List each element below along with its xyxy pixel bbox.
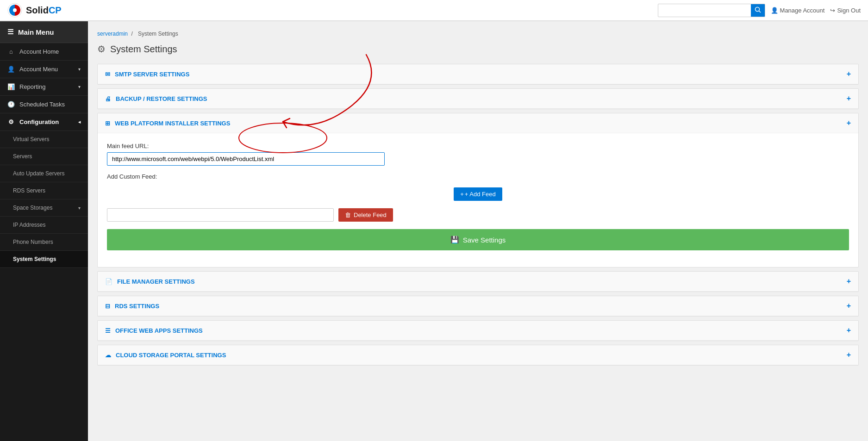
logo-icon: [7, 3, 22, 18]
chevron-left-icon: ◂: [78, 119, 81, 124]
manage-account-link[interactable]: 👤 Manage Account: [771, 7, 825, 14]
officewebapps-expand-icon: +: [847, 326, 851, 335]
save-icon: 💾: [450, 236, 459, 244]
sidebar-item-system-settings[interactable]: System Settings: [0, 251, 88, 268]
sidebar-item-configuration[interactable]: ⚙ Configuration ◂: [0, 113, 88, 131]
feed-input-row: 🗑 Delete Feed: [107, 208, 849, 222]
sidebar-item-auto-update-servers[interactable]: Auto Update Servers: [0, 165, 88, 182]
search-input[interactable]: [658, 5, 751, 15]
sidebar-item-space-storages[interactable]: Space Storages ▾: [0, 199, 88, 217]
smtp-expand-icon: +: [847, 70, 851, 78]
logo-text: SolidCP: [26, 5, 62, 16]
officewebapps-panel: ☰ OFFICE WEB APPS SETTINGS +: [97, 320, 859, 341]
search-icon: [755, 6, 761, 13]
main-feed-group: Main feed URL:: [107, 143, 849, 166]
sidebar-item-ip-addresses[interactable]: IP Addresses: [0, 217, 88, 234]
page-title: System Settings: [110, 44, 177, 55]
breadcrumb: serveradmin / System Settings: [97, 31, 859, 37]
sidebar-item-account-home[interactable]: ⌂ Account Home: [0, 43, 88, 61]
svg-point-1: [13, 8, 17, 12]
backup-panel: 🖨 BACKUP / RESTORE SETTINGS +: [97, 88, 859, 109]
delete-feed-button[interactable]: 🗑 Delete Feed: [338, 208, 393, 222]
sidebar-header: ☰ Main Menu: [0, 21, 88, 43]
filemanager-panel: 📄 FILE MANAGER SETTINGS +: [97, 271, 859, 292]
gear-settings-icon: ⚙: [97, 43, 106, 55]
sidebar: ☰ Main Menu ⌂ Account Home 👤 Account Men…: [0, 21, 88, 441]
webpi-panel: ⊞ WEB PLATFORM INSTALLER SETTINGS +: [97, 113, 859, 267]
person-icon: 👤: [771, 7, 778, 14]
cloudstorage-header-left: ☁ CLOUD STORAGE PORTAL SETTINGS: [105, 352, 226, 359]
sign-out-link[interactable]: ↪ Sign Out: [830, 7, 861, 14]
main-content: serveradmin / System Settings ⚙ System S…: [88, 21, 868, 441]
filemanager-header[interactable]: 📄 FILE MANAGER SETTINGS +: [98, 272, 858, 292]
clock-icon: 🕐: [7, 101, 15, 108]
breadcrumb-parent-link[interactable]: serveradmin: [97, 31, 128, 37]
webpi-header[interactable]: ⊞ WEB PLATFORM INSTALLER SETTINGS +: [98, 113, 858, 133]
rds-icon: ⊟: [105, 303, 110, 310]
filemanager-expand-icon: +: [847, 277, 851, 286]
nav-right: 👤 Manage Account ↪ Sign Out: [658, 4, 861, 17]
sidebar-item-account-menu[interactable]: 👤 Account Menu ▾: [0, 61, 88, 78]
sidebar-item-rds-servers[interactable]: RDS Servers: [0, 182, 88, 199]
trash-icon: 🗑: [345, 211, 351, 218]
chart-icon: 📊: [7, 83, 15, 90]
add-feed-area: + + Add Feed: [107, 187, 849, 201]
chevron-down-icon: ▾: [78, 84, 81, 89]
add-feed-button[interactable]: + + Add Feed: [454, 187, 502, 201]
webpi-body: Main feed URL: Add Custom Feed: + + Add …: [98, 133, 858, 267]
sidebar-item-scheduled-tasks[interactable]: 🕐 Scheduled Tasks: [0, 96, 88, 113]
smtp-panel: ✉ SMTP SERVER SETTINGS +: [97, 64, 859, 85]
rds-expand-icon: +: [847, 302, 851, 310]
file-icon: 📄: [105, 278, 112, 285]
webpi-expand-icon: +: [847, 119, 851, 127]
sidebar-item-reporting[interactable]: 📊 Reporting ▾: [0, 78, 88, 96]
backup-header[interactable]: 🖨 BACKUP / RESTORE SETTINGS +: [98, 89, 858, 109]
add-custom-feed-group: Add Custom Feed:: [107, 173, 849, 180]
rds-header-left: ⊟ RDS SETTINGS: [105, 303, 159, 310]
webpi-header-left: ⊞ WEB PLATFORM INSTALLER SETTINGS: [105, 120, 230, 127]
main-feed-input[interactable]: [107, 152, 385, 166]
chevron-down-icon: ▾: [78, 67, 81, 72]
backup-expand-icon: +: [847, 94, 851, 103]
chevron-down-icon: ▾: [78, 205, 81, 211]
sidebar-item-virtual-servers[interactable]: Virtual Servers: [0, 131, 88, 148]
home-icon: ⌂: [7, 48, 15, 55]
sidebar-item-servers[interactable]: Servers: [0, 148, 88, 165]
add-custom-feed-label: Add Custom Feed:: [107, 173, 849, 180]
envelope-icon: ✉: [105, 71, 110, 78]
filemanager-header-left: 📄 FILE MANAGER SETTINGS: [105, 278, 195, 285]
owa-icon: ☰: [105, 327, 111, 334]
signout-icon: ↪: [830, 7, 835, 14]
windows-icon: ⊞: [105, 120, 110, 127]
smtp-header[interactable]: ✉ SMTP SERVER SETTINGS +: [98, 64, 858, 84]
plus-icon: +: [460, 191, 464, 198]
main-feed-label: Main feed URL:: [107, 143, 849, 149]
menu-icon: ☰: [7, 28, 13, 36]
smtp-header-left: ✉ SMTP SERVER SETTINGS: [105, 71, 189, 78]
cloudstorage-header[interactable]: ☁ CLOUD STORAGE PORTAL SETTINGS +: [98, 345, 858, 365]
svg-line-3: [759, 11, 761, 12]
top-nav: SolidCP 👤 Manage Account ↪ Sign Out: [0, 0, 868, 21]
rds-header[interactable]: ⊟ RDS SETTINGS +: [98, 296, 858, 316]
custom-feed-input[interactable]: [107, 208, 334, 222]
svg-point-2: [755, 7, 759, 11]
officewebapps-header-left: ☰ OFFICE WEB APPS SETTINGS: [105, 327, 203, 334]
cloudstorage-panel: ☁ CLOUD STORAGE PORTAL SETTINGS +: [97, 345, 859, 366]
gear-icon: ⚙: [7, 118, 15, 125]
person-icon: 👤: [7, 66, 15, 73]
search-button[interactable]: [751, 4, 765, 17]
save-settings-button[interactable]: 💾 Save Settings: [107, 229, 849, 250]
page-title-area: ⚙ System Settings: [97, 43, 859, 55]
sidebar-item-phone-numbers[interactable]: Phone Numbers: [0, 234, 88, 251]
logo: SolidCP: [7, 3, 62, 18]
cloudstorage-expand-icon: +: [847, 351, 851, 359]
backup-header-left: 🖨 BACKUP / RESTORE SETTINGS: [105, 95, 207, 102]
officewebapps-header[interactable]: ☰ OFFICE WEB APPS SETTINGS +: [98, 321, 858, 341]
backup-icon: 🖨: [105, 95, 111, 102]
layout: ☰ Main Menu ⌂ Account Home 👤 Account Men…: [0, 21, 868, 441]
search-box[interactable]: [658, 4, 765, 17]
cloud-icon: ☁: [105, 352, 111, 359]
rds-panel: ⊟ RDS SETTINGS +: [97, 296, 859, 317]
